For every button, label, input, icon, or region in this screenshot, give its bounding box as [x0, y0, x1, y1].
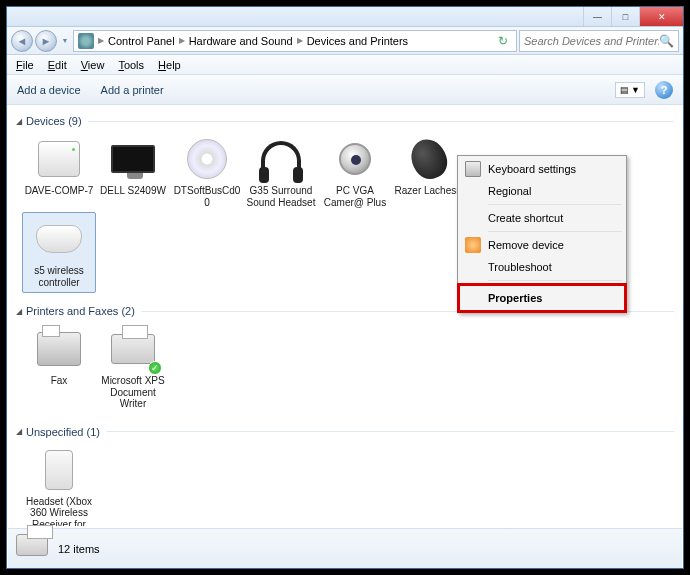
chevron-right-icon: ▶ — [98, 36, 104, 45]
context-menu: Keyboard settings Regional Create shortc… — [457, 155, 627, 313]
receiver-icon — [45, 450, 73, 490]
status-count: 12 items — [58, 543, 100, 555]
webcam-icon — [339, 143, 371, 175]
breadcrumb[interactable]: ▶ Control Panel ▶ Hardware and Sound ▶ D… — [73, 30, 517, 52]
divider — [106, 431, 674, 432]
ctx-troubleshoot[interactable]: Troubleshoot — [460, 256, 624, 278]
headset-icon — [261, 141, 301, 177]
default-badge-icon: ✓ — [148, 361, 162, 375]
search-input[interactable] — [524, 35, 659, 47]
disc-drive-icon — [187, 139, 227, 179]
breadcrumb-hardware-sound[interactable]: Hardware and Sound — [189, 35, 293, 47]
ctx-label: Create shortcut — [488, 212, 563, 224]
group-label: Devices — [26, 115, 65, 127]
device-label: DELL S2409W — [98, 185, 168, 197]
collapse-icon: ◢ — [16, 117, 22, 126]
location-icon — [78, 33, 94, 49]
unspecified-grid: Headset (Xbox 360 Wireless Receiver for … — [16, 440, 674, 527]
address-bar-row: ◄ ► ▼ ▶ Control Panel ▶ Hardware and Sou… — [7, 27, 683, 55]
view-icon: ▤ — [620, 85, 629, 95]
add-device-button[interactable]: Add a device — [17, 84, 81, 96]
group-header-unspecified[interactable]: ◢ Unspecified (1) — [16, 422, 674, 440]
chevron-right-icon: ▶ — [179, 36, 185, 45]
refresh-icon[interactable]: ↻ — [494, 34, 512, 48]
search-icon[interactable]: 🔍 — [659, 34, 674, 48]
fax-icon — [37, 332, 81, 366]
explorer-window: — □ ✕ ◄ ► ▼ ▶ Control Panel ▶ Hardware a… — [6, 6, 684, 569]
breadcrumb-control-panel[interactable]: Control Panel — [108, 35, 175, 47]
device-item[interactable]: Razer Lachesis — [392, 133, 466, 212]
group-count: (1) — [87, 426, 100, 438]
group-label: Printers and Faxes — [26, 305, 118, 317]
menu-tools[interactable]: Tools — [111, 57, 151, 73]
highlight-box: Properties — [457, 283, 627, 313]
mouse-icon — [405, 134, 453, 185]
device-item[interactable]: DTSoftBusCd00 — [170, 133, 244, 212]
add-printer-button[interactable]: Add a printer — [101, 84, 164, 96]
menu-help[interactable]: Help — [151, 57, 188, 73]
group-count: (2) — [121, 305, 134, 317]
menubar: File Edit View Tools Help — [7, 55, 683, 75]
printer-icon — [111, 334, 155, 364]
computer-icon — [38, 141, 80, 177]
device-label: DAVE-COMP-7 — [24, 185, 94, 197]
titlebar: — □ ✕ — [7, 7, 683, 27]
group-label: Unspecified — [26, 426, 83, 438]
device-item[interactable]: Fax — [22, 323, 96, 414]
remove-icon — [465, 237, 481, 253]
collapse-icon: ◢ — [16, 307, 22, 316]
device-label: PC VGA Camer@ Plus — [320, 185, 390, 208]
device-label: Fax — [24, 375, 94, 387]
ctx-keyboard-settings[interactable]: Keyboard settings — [460, 158, 624, 180]
device-item[interactable]: G35 Surround Sound Headset — [244, 133, 318, 212]
device-item-selected[interactable]: s5 wireless controller — [22, 212, 96, 293]
ctx-remove-device[interactable]: Remove device — [460, 234, 624, 256]
chevron-down-icon: ▼ — [631, 85, 640, 95]
nav-history-dropdown[interactable]: ▼ — [59, 30, 71, 52]
device-label: Microsoft XPS Document Writer — [98, 375, 168, 410]
menu-file[interactable]: File — [9, 57, 41, 73]
ctx-label: Keyboard settings — [488, 163, 576, 175]
monitor-icon — [111, 145, 155, 173]
device-label: G35 Surround Sound Headset — [246, 185, 316, 208]
close-button[interactable]: ✕ — [639, 7, 683, 26]
forward-button[interactable]: ► — [35, 30, 57, 52]
gamepad-icon — [36, 225, 82, 253]
device-item[interactable]: Headset (Xbox 360 Wireless Receiver for … — [22, 444, 96, 527]
device-label: DTSoftBusCd00 — [172, 185, 242, 208]
breadcrumb-devices-printers[interactable]: Devices and Printers — [307, 35, 409, 47]
divider — [488, 204, 622, 205]
divider — [488, 280, 622, 281]
devices-icon — [16, 534, 48, 556]
printers-grid: Fax ✓ Microsoft XPS Document Writer — [16, 319, 674, 422]
minimize-button[interactable]: — — [583, 7, 611, 26]
chevron-right-icon: ▶ — [297, 36, 303, 45]
device-label: Razer Lachesis — [394, 185, 464, 197]
back-button[interactable]: ◄ — [11, 30, 33, 52]
ctx-regional[interactable]: Regional — [460, 180, 624, 202]
device-item[interactable]: PC VGA Camer@ Plus — [318, 133, 392, 212]
device-item[interactable]: DELL S2409W — [96, 133, 170, 212]
maximize-button[interactable]: □ — [611, 7, 639, 26]
menu-edit[interactable]: Edit — [41, 57, 74, 73]
search-box[interactable]: 🔍 — [519, 30, 679, 52]
ctx-label: Regional — [488, 185, 531, 197]
help-button[interactable]: ? — [655, 81, 673, 99]
statusbar: 12 items — [8, 528, 682, 568]
group-count: (9) — [68, 115, 81, 127]
keyboard-icon — [465, 161, 481, 177]
divider — [88, 121, 674, 122]
ctx-label: Properties — [488, 292, 542, 304]
collapse-icon: ◢ — [16, 427, 22, 436]
ctx-label: Troubleshoot — [488, 261, 552, 273]
status-icon — [16, 534, 48, 564]
device-item[interactable]: DAVE-COMP-7 — [22, 133, 96, 212]
group-header-devices[interactable]: ◢ Devices (9) — [16, 111, 674, 129]
ctx-properties[interactable]: Properties — [460, 286, 624, 310]
divider — [488, 231, 622, 232]
ctx-label: Remove device — [488, 239, 564, 251]
view-options-dropdown[interactable]: ▤ ▼ — [615, 82, 645, 98]
menu-view[interactable]: View — [74, 57, 112, 73]
ctx-create-shortcut[interactable]: Create shortcut — [460, 207, 624, 229]
device-item[interactable]: ✓ Microsoft XPS Document Writer — [96, 323, 170, 414]
